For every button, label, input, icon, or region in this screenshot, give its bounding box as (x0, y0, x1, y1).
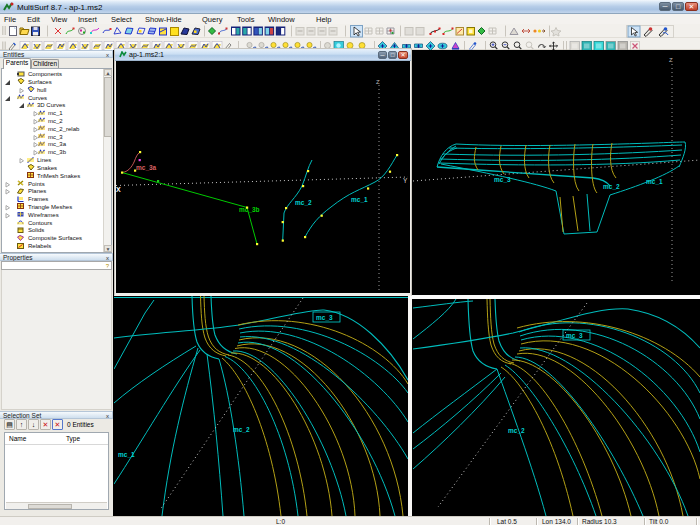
svg-text:mc_2: mc_2 (295, 199, 312, 206)
svg-text:mc_3b: mc_3b (239, 206, 260, 213)
svg-text:mc_3: mc_3 (494, 176, 511, 183)
svg-text:X: X (116, 186, 121, 193)
svg-text:mc_2: mc_2 (508, 427, 525, 434)
svg-text:mc_2: mc_2 (603, 183, 620, 190)
svg-text:mc_2: mc_2 (233, 426, 250, 433)
svg-text:mc_3: mc_3 (566, 332, 583, 339)
svg-text:Z: Z (376, 79, 380, 85)
svg-text:mc_1: mc_1 (646, 178, 663, 185)
svg-text:Y: Y (403, 177, 408, 184)
svg-text:mc_3: mc_3 (316, 314, 333, 321)
svg-text:Z: Z (669, 57, 673, 63)
svg-text:mc_3a: mc_3a (136, 164, 157, 171)
svg-text:mc_1: mc_1 (118, 451, 135, 458)
svg-text:mc_1: mc_1 (351, 196, 368, 203)
